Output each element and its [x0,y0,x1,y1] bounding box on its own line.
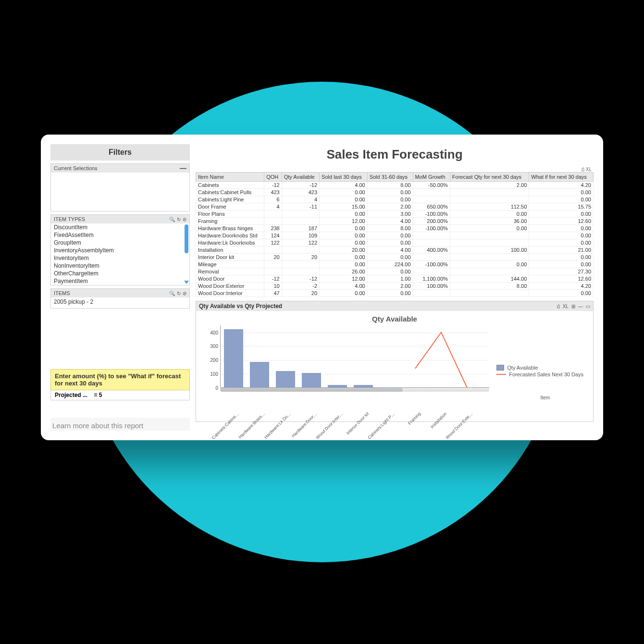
column-header[interactable]: Sold last 30 days [320,173,368,182]
value-cell [413,232,450,239]
table-row[interactable]: Wood Door:Interior47200.000.000.00 [196,290,594,297]
item-types-list[interactable]: DiscountItemFixedAssetItemGroupItemInven… [51,223,189,285]
table-row[interactable]: Floor Plans0.003.00-100.00%0.000.00 [196,211,594,218]
value-cell: 0.00 [529,261,594,268]
value-cell [413,290,450,297]
value-cell: 12.00 [320,275,368,283]
list-item[interactable]: FixedAssetItem [51,231,189,239]
item-name-cell: Wood Door [196,275,264,283]
value-cell: 200.00% [413,218,450,225]
value-cell: 20 [282,290,319,297]
y-axis: 0100200300400 [201,325,220,388]
table-tools: ⎙ XL [196,167,594,172]
value-cell: 1,100.00% [413,275,450,283]
item-name-cell: Removal [196,268,264,275]
minimize-icon[interactable]: — [578,304,583,309]
print-icon[interactable]: ⎙ [557,304,560,309]
value-cell: 238 [264,225,282,232]
value-cell: 100.00% [413,283,450,290]
value-cell: 0.00 [320,254,368,261]
list-item[interactable]: InventoryItem [51,254,189,262]
chart-bar[interactable] [250,362,269,388]
list-item[interactable]: InventoryAssemblyItem [51,247,189,254]
item-name-cell: Framing [196,218,264,225]
table-row[interactable]: Cabinets:Light Pine640.000.000.00 [196,196,594,203]
chart-bar[interactable] [276,371,295,388]
search-icon[interactable]: 🔍 [169,291,175,296]
value-cell: -11 [282,203,319,211]
value-cell: 26.00 [320,268,368,275]
chart-body: Qty Available 0100200300400 Cabinets:Cab… [196,311,593,421]
table-row[interactable]: Framing12.004.00200.00%36.0012.60 [196,218,594,225]
tool-icon[interactable]: ↻ [177,291,181,296]
tool-icon[interactable]: ⊘ [183,291,186,296]
tool-icon[interactable]: ↻ [177,217,181,222]
column-header[interactable]: MoM Growth [413,173,450,182]
value-cell [413,189,450,196]
current-selections-panel: Current Selections — [50,163,190,211]
learn-more-link[interactable]: Learn more about this report [50,418,190,431]
table-row[interactable]: Hardware:Lk Doorknobs1221220.000.000.00 [196,239,594,247]
table-row[interactable]: Hardware:Doorknobs Std1241090.000.000.00 [196,232,594,239]
table-row[interactable]: Wood Door-12-1212.001.001,100.00%144.001… [196,275,594,283]
item-name-cell: Hardware:Brass hinges [196,225,264,232]
table-row[interactable]: Cabinets-12-124.008.00-50.00%2.004.20 [196,182,594,189]
scrollbar-thumb[interactable] [185,224,188,253]
list-item[interactable]: PaymentItem [51,277,189,285]
chart-bar[interactable] [224,329,243,388]
column-header[interactable]: QOH [264,173,282,182]
value-cell [282,218,319,225]
list-item[interactable]: NonInventoryItem [51,262,189,270]
export-xl-icon[interactable]: XL [563,304,569,309]
scroll-down-icon[interactable] [184,281,189,284]
value-cell: 0.00 [320,261,368,268]
value-cell: 0.00 [529,239,594,247]
value-cell: -100.00% [413,225,450,232]
equals-sign: = [94,392,97,398]
tool-icon[interactable]: ⊘ [183,217,186,222]
main-area: Sales Item Forecasting ⎙ XL Item NameQOH… [196,144,594,431]
column-header[interactable]: What if for next 30 days [529,173,594,182]
value-cell [264,261,282,268]
legend-bar: Qty Available [496,365,583,371]
chart-type-icon[interactable]: ⊞ [571,304,575,309]
column-header[interactable]: Item Name [196,173,264,182]
table-row[interactable]: Door Frame4-1115.002.00650.00%112.5015.7… [196,203,594,211]
list-item[interactable]: DiscountItem [51,223,189,231]
collapse-icon[interactable]: — [180,166,186,171]
value-cell: 0.00 [367,232,413,239]
table-row[interactable]: Hardware:Brass hinges2381870.008.00-100.… [196,225,594,232]
export-xl-icon[interactable]: XL [586,167,592,172]
item-name-cell: Mileage [196,261,264,268]
list-item[interactable]: GroupItem [51,239,189,247]
table-row[interactable]: Installation20.004.00400.00%100.0021.00 [196,247,594,254]
maximize-icon[interactable]: ▭ [586,304,590,309]
value-cell: 0.00 [320,232,368,239]
table-row[interactable]: Wood Door:Exterior10-24.002.00100.00%8.0… [196,283,594,290]
value-cell [450,254,529,261]
column-header[interactable]: Forecast Qty for next 30 days [450,173,529,182]
value-cell: 0.00 [367,254,413,261]
current-selections-body [51,173,189,211]
chart-panel: Qty Available vs Qty Projected ⎙ XL ⊞ — … [196,301,594,422]
whatif-input-row[interactable]: Projected ... = 5 [50,390,190,400]
items-value[interactable]: 2005 pickup - 2 [51,297,189,308]
table-row[interactable]: Removal26.000.0027.30 [196,268,594,275]
column-header[interactable]: Sold 31-60 days [367,173,413,182]
list-item[interactable]: OtherChargeItem [51,270,189,277]
chart-bar[interactable] [302,373,321,388]
table-row[interactable]: Mileage0.00224.00-100.00%0.000.00 [196,261,594,268]
y-tick-label: 100 [210,372,218,377]
print-icon[interactable]: ⎙ [582,167,584,172]
value-cell: 650.00% [413,203,450,211]
table-row[interactable]: Interior Door kit20200.000.000.00 [196,254,594,261]
item-name-cell: Wood Door:Exterior [196,283,264,290]
value-cell: 0.00 [529,225,594,232]
column-header[interactable]: Qty Available [282,173,319,182]
value-cell: -100.00% [413,261,450,268]
search-icon[interactable]: 🔍 [169,217,175,222]
item-name-cell: Cabinets:Light Pine [196,196,264,203]
item-types-header: ITEM TYPES 🔍 ↻ ⊘ [51,215,189,223]
table-row[interactable]: Cabinets:Cabinet Pulls4234230.000.000.00 [196,189,594,196]
value-cell: 0.00 [320,290,368,297]
